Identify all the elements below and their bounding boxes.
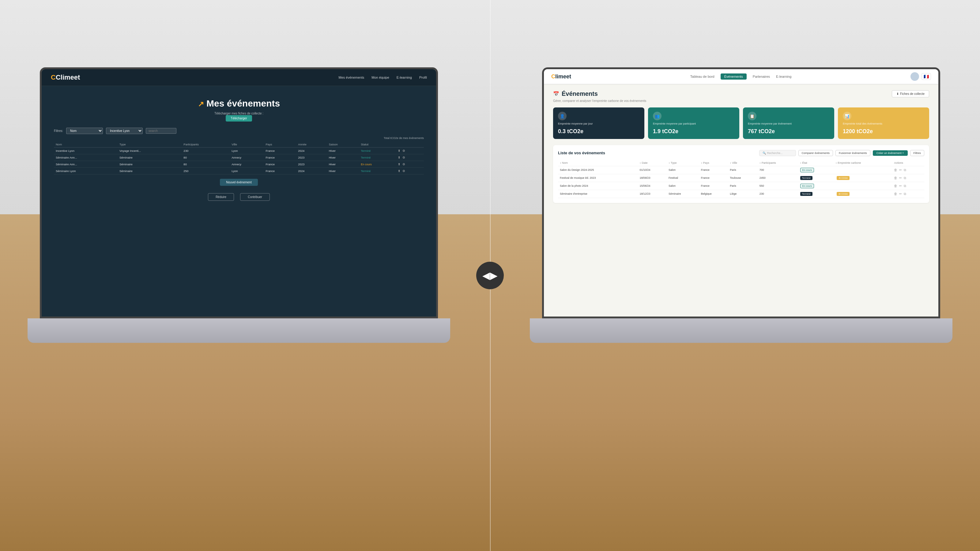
nav-evenements-active[interactable]: Événements [721,73,747,79]
comparer-button[interactable]: Comparer événements [799,150,833,156]
nav-mon-equipe[interactable]: Mon équipe [371,76,389,79]
cell-actions: 🗑 ✏ ⧉ [892,190,924,198]
nav-elearning[interactable]: E-learning [396,76,412,79]
th-pays: ↕ Pays [699,160,728,166]
fiches-collecte-button[interactable]: ⬇ Fiches de collecte [892,90,929,97]
nav-mes-evenements[interactable]: Mes événements [339,76,364,79]
settings-icon[interactable]: ⚙ [402,169,405,173]
th-nom: ↕ Nom [558,160,638,166]
copy-icon[interactable]: ⧉ [904,192,906,196]
telecharger-button[interactable]: Télécharger [226,115,252,122]
copy-icon[interactable]: ⧉ [904,184,906,188]
stat-card-daily: 👤 Empreinte moyenne par jour 0.3 tCO2e [553,108,644,139]
table-row: Salon du Design 2024-2025 01/10/24 Salon… [558,166,924,174]
delete-icon[interactable]: 🗑 [894,168,897,172]
filter-nom-select[interactable]: Nom [66,128,103,134]
stat-card-event: 📋 Empreinte moyenne par événement 767 tC… [743,108,834,139]
col-participants: Participants [181,141,230,148]
cell-actions: 🗑 ✏ ⧉ [892,166,924,174]
cell-annee: 2024 [296,148,327,154]
cell-participants: 230 [758,190,799,198]
right-screen-content: Climeet Tableau de bord Événements Parte… [544,69,939,316]
user-avatar[interactable] [910,72,919,81]
right-nav-icons: 🇫🇷 [910,72,931,81]
cell-date: 18/12/23 [638,190,667,198]
settings-icon[interactable]: ⚙ [402,156,405,159]
fusionner-button[interactable]: Fusionner événements [835,150,870,156]
events-page-title: Événements [562,90,598,97]
cell-participants: 230 [181,148,230,154]
edit-icon[interactable]: ✏ [899,192,902,196]
edit-icon[interactable]: ✏ [899,176,902,180]
row-actions: 🗑 ✏ ⧉ [894,184,923,188]
nav-tableau-bord[interactable]: Tableau de bord [690,75,714,78]
cell-actions: ⬆ ⚙ [396,161,424,168]
title-arrow-icon: ↗ [198,100,204,108]
nav-partenaires[interactable]: Partenaires [753,75,770,78]
page-title: 📅 Événements [553,90,598,97]
events-section-title: Liste de vos événements [558,151,605,155]
settings-icon[interactable]: ⚙ [402,162,405,166]
th-etat: ↕ État [799,160,834,166]
download-icon: ⬇ [896,92,899,95]
col-actions [396,141,424,148]
upload-icon[interactable]: ⬆ [398,162,400,166]
cell-type: Festival [667,174,699,182]
nouvel-evenement-button[interactable]: Nouvel événement [220,179,258,186]
filter-search-input[interactable] [146,128,177,134]
delete-icon[interactable]: 🗑 [894,176,897,180]
creer-evenement-button[interactable]: Créer un événement + [873,150,908,156]
settings-icon[interactable]: ⚙ [402,149,405,152]
cell-statut: Terminé [359,148,396,154]
upload-icon[interactable]: ⬆ [398,156,400,159]
language-flag-button[interactable]: 🇫🇷 [921,73,931,80]
stat-icon-3: 📋 [748,112,756,120]
copy-icon[interactable]: ⧉ [904,176,906,180]
edit-icon[interactable]: ✏ [899,184,902,188]
copy-icon[interactable]: ⧉ [904,168,906,172]
cell-pays: France [264,168,296,175]
upload-icon[interactable]: ⬆ [398,169,400,173]
cell-participants: 250 [181,168,230,175]
laptop-right: Climeet Tableau de bord Événements Parte… [530,67,953,343]
contribuer-button[interactable]: Contribuer [240,193,270,201]
edit-icon[interactable]: ✏ [899,168,902,172]
cell-date: 01/10/24 [638,166,667,174]
th-type: ↕ Type [667,160,699,166]
filtres-right-button[interactable]: Filtres [910,150,924,156]
nav-elearning-right[interactable]: E-learning [776,75,791,78]
calendar-icon: 📅 [553,91,559,97]
events-section-header: Liste de vos événements 🔍 Recherche... C… [558,150,924,156]
filtres-label: Filtres: [54,129,63,133]
upload-icon[interactable]: ⬆ [398,149,400,152]
right-logo: Climeet [551,73,571,80]
cell-pays: Belgique [699,190,728,198]
row-actions: 🗑 ✏ ⧉ [894,192,923,196]
toggle-arrow[interactable]: ◀ ▶ [476,262,504,289]
cell-actions: 🗑 ✏ ⧉ [892,182,924,190]
right-screen-frame: Climeet Tableau de bord Événements Parte… [542,67,940,318]
delete-icon[interactable]: 🗑 [894,192,897,196]
cell-pays: France [264,154,296,161]
cell-actions: ⬆ ⚙ [396,168,424,175]
cell-nom: Séminaire Ann... [54,161,118,168]
col-saison: Saison [327,141,359,148]
logo-c-letter: C [51,73,56,81]
left-screen-frame: CClimeet Mes événements Mon équipe E-lea… [40,67,438,318]
reduire-button[interactable]: Réduire [208,193,234,201]
cell-statut: En cours [359,161,396,168]
filter-incentive-select[interactable]: Incentive Lyon [106,128,143,134]
total-co2-text: Total tCO2e de mes événements [54,137,424,140]
cell-actions: ⬆ ⚙ [396,154,424,161]
stats-row: 👤 Empreinte moyenne par jour 0.3 tCO2e 👥… [553,108,929,139]
events-search-box[interactable]: 🔍 Recherche... [759,150,796,156]
delete-icon[interactable]: 🗑 [894,184,897,188]
page-title-row: 📅 Événements ⬇ Fiches de collecte [553,90,929,97]
cell-type: Salon [667,166,699,174]
cell-participants: 80 [181,161,230,168]
nav-profil[interactable]: Profil [419,76,427,79]
events-actions: 🔍 Recherche... Comparer événements Fusio… [759,150,924,156]
plus-icon: + [902,151,904,155]
stat-value-4: 1200 tCO2e [843,128,924,135]
cell-type: Séminaire [118,161,181,168]
